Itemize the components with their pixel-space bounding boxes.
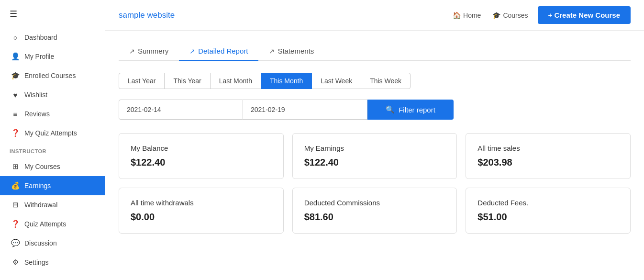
home-icon: 🏠 bbox=[453, 11, 461, 19]
brand-name: sample website bbox=[119, 11, 443, 20]
courses-nav-icon: 🎓 bbox=[492, 11, 500, 19]
sidebar-label-enrolled-courses: Enrolled Courses bbox=[24, 72, 76, 79]
sidebar-label-discussion: Discussion bbox=[24, 239, 57, 247]
report-tabs: ↗ Summery ↗ Detailed Report ↗ Statements bbox=[119, 42, 631, 61]
stat-title-earnings: My Earnings bbox=[304, 144, 445, 152]
sidebar-label-my-profile: My Profile bbox=[24, 53, 54, 60]
stat-title-withdrawals: All time withdrawals bbox=[131, 199, 272, 207]
tab-statements-label: Statements bbox=[278, 47, 314, 55]
main-content: sample website 🏠 Home 🎓 Courses + Create… bbox=[105, 0, 644, 280]
sidebar-label-withdrawal: Withdrawal bbox=[24, 201, 57, 209]
sidebar-label-settings: Settings bbox=[24, 258, 49, 266]
stat-value-earnings: $122.40 bbox=[304, 157, 445, 168]
sidebar-label-my-courses: My Courses bbox=[24, 163, 60, 170]
stat-value-commissions: $81.60 bbox=[304, 212, 445, 223]
sidebar-label-quiz-attempts-instructor: Quiz Attempts bbox=[24, 220, 66, 228]
period-this-week[interactable]: This Week bbox=[361, 73, 411, 89]
stat-value-all-time-sales: $203.98 bbox=[477, 157, 619, 168]
stat-value-withdrawals: $0.00 bbox=[131, 212, 272, 223]
tab-detailed-report-label: Detailed Report bbox=[198, 47, 248, 55]
filter-report-button[interactable]: 🔍 Filter report bbox=[367, 100, 454, 120]
header: sample website 🏠 Home 🎓 Courses + Create… bbox=[105, 0, 644, 31]
date-filter-row: 🔍 Filter report bbox=[119, 100, 631, 120]
sidebar-label-quiz-attempts-student: My Quiz Attempts bbox=[24, 129, 77, 137]
period-last-month[interactable]: Last Month bbox=[210, 73, 261, 89]
stat-title-fees: Deducted Fees. bbox=[477, 199, 619, 207]
quiz-icon-instructor: ❓ bbox=[11, 220, 20, 228]
filter-btn-label: Filter report bbox=[399, 106, 435, 114]
period-last-week[interactable]: Last Week bbox=[311, 73, 361, 89]
stat-title-balance: My Balance bbox=[131, 144, 272, 152]
sidebar-item-my-courses[interactable]: ⊞ My Courses bbox=[0, 157, 105, 176]
sidebar: ☰ ○ Dashboard 👤 My Profile 🎓 Enrolled Co… bbox=[0, 0, 105, 280]
discussion-icon: 💬 bbox=[11, 239, 20, 247]
tab-summery-label: Summery bbox=[138, 47, 168, 55]
statements-tab-icon: ↗ bbox=[269, 47, 275, 55]
nav-home[interactable]: 🏠 Home bbox=[453, 11, 481, 19]
my-courses-icon: ⊞ bbox=[11, 162, 20, 171]
sidebar-item-wishlist[interactable]: ♥ Wishlist bbox=[0, 85, 105, 104]
settings-icon: ⚙ bbox=[11, 258, 20, 267]
stat-card-balance: My Balance $122.40 bbox=[119, 133, 284, 179]
tab-statements[interactable]: ↗ Statements bbox=[258, 42, 324, 61]
nav-home-label: Home bbox=[463, 11, 481, 19]
sidebar-item-settings[interactable]: ⚙ Settings bbox=[0, 253, 105, 272]
sidebar-label-wishlist: Wishlist bbox=[24, 91, 47, 99]
stat-title-commissions: Deducted Commissions bbox=[304, 199, 445, 207]
stat-card-withdrawals: All time withdrawals $0.00 bbox=[119, 188, 284, 234]
nav-courses[interactable]: 🎓 Courses bbox=[492, 11, 528, 19]
sidebar-item-quiz-attempts-student[interactable]: ❓ My Quiz Attempts bbox=[0, 123, 105, 143]
sidebar-item-enrolled-courses[interactable]: 🎓 Enrolled Courses bbox=[0, 66, 105, 85]
end-date-input[interactable] bbox=[243, 100, 367, 120]
reviews-icon: ≡ bbox=[11, 110, 20, 118]
start-date-input[interactable] bbox=[119, 100, 243, 120]
instructor-section-label: INSTRUCTOR bbox=[0, 143, 105, 157]
sidebar-label-reviews: Reviews bbox=[24, 110, 50, 118]
enrolled-icon: 🎓 bbox=[11, 71, 20, 80]
summery-tab-icon: ↗ bbox=[129, 47, 135, 55]
sidebar-label-dashboard: Dashboard bbox=[24, 34, 57, 41]
stat-card-commissions: Deducted Commissions $81.60 bbox=[292, 188, 457, 234]
nav-courses-label: Courses bbox=[503, 11, 528, 19]
detailed-tab-icon: ↗ bbox=[189, 47, 195, 55]
wishlist-icon: ♥ bbox=[11, 90, 20, 99]
withdrawal-icon: ⊟ bbox=[11, 201, 20, 209]
sidebar-item-discussion[interactable]: 💬 Discussion bbox=[0, 234, 105, 253]
sidebar-item-my-profile[interactable]: 👤 My Profile bbox=[0, 47, 105, 66]
period-filter-group: Last Year This Year Last Month This Mont… bbox=[119, 73, 631, 89]
stat-card-earnings: My Earnings $122.40 bbox=[292, 133, 457, 179]
sidebar-item-withdrawal[interactable]: ⊟ Withdrawal bbox=[0, 195, 105, 214]
period-this-month[interactable]: This Month bbox=[261, 73, 312, 89]
stat-card-all-time-sales: All time sales $203.98 bbox=[466, 133, 631, 179]
search-icon: 🔍 bbox=[386, 105, 395, 114]
tab-detailed-report[interactable]: ↗ Detailed Report bbox=[179, 42, 258, 61]
earnings-icon: 💰 bbox=[11, 181, 20, 190]
sidebar-label-earnings: Earnings bbox=[24, 182, 51, 190]
header-nav: 🏠 Home 🎓 Courses bbox=[453, 11, 528, 19]
dashboard-icon: ○ bbox=[11, 33, 20, 42]
stat-title-all-time-sales: All time sales bbox=[477, 144, 619, 152]
quiz-icon-student: ❓ bbox=[11, 129, 20, 137]
period-last-year[interactable]: Last Year bbox=[119, 73, 165, 89]
create-course-button[interactable]: + Create New Course bbox=[538, 6, 631, 24]
stats-grid: My Balance $122.40 My Earnings $122.40 A… bbox=[119, 133, 631, 234]
hamburger-icon[interactable]: ☰ bbox=[0, 0, 105, 28]
sidebar-item-dashboard[interactable]: ○ Dashboard bbox=[0, 28, 105, 47]
sidebar-item-reviews[interactable]: ≡ Reviews bbox=[0, 104, 105, 123]
sidebar-item-earnings[interactable]: 💰 Earnings bbox=[0, 176, 105, 195]
profile-icon: 👤 bbox=[11, 52, 20, 61]
stat-card-fees: Deducted Fees. $51.00 bbox=[466, 188, 631, 234]
stat-value-fees: $51.00 bbox=[477, 212, 619, 223]
sidebar-item-quiz-attempts-instructor[interactable]: ❓ Quiz Attempts bbox=[0, 214, 105, 234]
tab-summery[interactable]: ↗ Summery bbox=[119, 42, 179, 61]
stat-value-balance: $122.40 bbox=[131, 157, 272, 168]
period-this-year[interactable]: This Year bbox=[164, 73, 210, 89]
content-area: ↗ Summery ↗ Detailed Report ↗ Statements… bbox=[105, 31, 644, 280]
